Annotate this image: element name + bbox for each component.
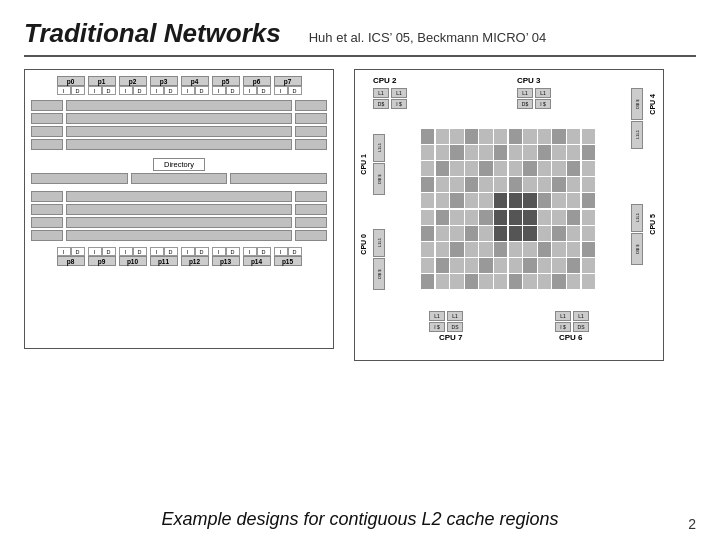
- grid-cell: [436, 274, 449, 289]
- grid-cell: [538, 226, 551, 241]
- grid-cell: [421, 242, 434, 257]
- mem-row-2: [31, 113, 327, 124]
- grid-cell: [523, 145, 536, 160]
- bottom-procs-row: I D p8 I D p9 I: [31, 247, 327, 266]
- grid-cell: [494, 210, 507, 225]
- grid-cell: [523, 161, 536, 176]
- grid-cell: [479, 145, 492, 160]
- directory-label: Directory: [153, 158, 205, 171]
- grid-cell: [465, 129, 478, 144]
- grid-cell: [538, 274, 551, 289]
- grid-cell: [538, 193, 551, 208]
- cpu5-label: CPU 5: [649, 214, 656, 235]
- grid-cell: [523, 177, 536, 192]
- mid-mem-row-4: [31, 230, 327, 241]
- grid-cell: [567, 210, 580, 225]
- grid-cell: [479, 210, 492, 225]
- grid-cell: [538, 242, 551, 257]
- grid-cell: [465, 177, 478, 192]
- mid-mem-row-2: [31, 204, 327, 215]
- grid-cell: [509, 226, 522, 241]
- grid-cell: [494, 145, 507, 160]
- grid-cell: [494, 274, 507, 289]
- proc-p7: p7 I D: [274, 76, 302, 95]
- cpu1-label: CPU 1: [360, 154, 367, 175]
- grid-cell: [538, 145, 551, 160]
- grid-cell: [509, 274, 522, 289]
- cpu2-label: CPU 2: [373, 76, 397, 85]
- diagrams-row: p0 I D p1 I D p2: [24, 69, 696, 497]
- grid-cell: [450, 145, 463, 160]
- grid-cell: [494, 242, 507, 257]
- mem-row-3: [31, 126, 327, 137]
- grid-cell: [509, 258, 522, 273]
- mem-row-1: [31, 100, 327, 111]
- grid-cell: [436, 226, 449, 241]
- cpu3-cache: L1 D$ L1 I $: [517, 88, 551, 109]
- grid-cell: [538, 210, 551, 225]
- grid-cell: [523, 193, 536, 208]
- grid-cell: [436, 210, 449, 225]
- grid-cell: [582, 226, 595, 241]
- cpu0-cache: L1L1 D$I $: [373, 229, 385, 290]
- grid-cell: [479, 129, 492, 144]
- grid-cell: [494, 177, 507, 192]
- grid-cell: [436, 193, 449, 208]
- header: Traditional Networks Huh et al. ICS’ 05,…: [24, 18, 696, 49]
- page-subtitle: Huh et al. ICS’ 05, Beckmann MICRO’ 04: [309, 30, 546, 45]
- grid-cell: [479, 226, 492, 241]
- proc-p4: p4 I D: [181, 76, 209, 95]
- mem-row-4: [31, 139, 327, 150]
- grid-cell: [552, 242, 565, 257]
- grid-cell: [552, 226, 565, 241]
- proc-p12: I D p12: [181, 247, 209, 266]
- grid-cell: [494, 161, 507, 176]
- grid-cell: [494, 258, 507, 273]
- cpu2-cache: L1 D$ L1 I $: [373, 88, 407, 109]
- grid-cell: [421, 226, 434, 241]
- header-divider: [24, 55, 696, 57]
- grid-cell: [582, 129, 595, 144]
- grid-cell: [582, 274, 595, 289]
- grid-cell: [567, 242, 580, 257]
- grid-cell: [582, 177, 595, 192]
- grid-cell: [421, 161, 434, 176]
- center-router-grid: [421, 129, 595, 289]
- proc-p2: p2 I D: [119, 76, 147, 95]
- grid-cell: [567, 129, 580, 144]
- grid-cell: [538, 258, 551, 273]
- mid-mem-row-3: [31, 217, 327, 228]
- grid-cell: [465, 226, 478, 241]
- grid-cell: [450, 242, 463, 257]
- left-diagram: p0 I D p1 I D p2: [24, 69, 334, 349]
- cpu4-label: CPU 4: [649, 94, 656, 115]
- grid-cell: [552, 258, 565, 273]
- grid-cell: [567, 161, 580, 176]
- grid-cell: [479, 177, 492, 192]
- grid-cell: [494, 129, 507, 144]
- slide-caption: Example designs for contiguous L2 cache …: [24, 509, 696, 530]
- grid-cell: [479, 258, 492, 273]
- cpu7-label: CPU 7: [439, 333, 463, 342]
- grid-cell: [450, 177, 463, 192]
- grid-cell: [552, 161, 565, 176]
- grid-cell: [509, 193, 522, 208]
- grid-cell: [436, 242, 449, 257]
- grid-cell: [450, 193, 463, 208]
- proc-p11: I D p11: [150, 247, 178, 266]
- grid-cell: [479, 274, 492, 289]
- grid-cell: [582, 145, 595, 160]
- grid-cell: [421, 129, 434, 144]
- grid-cell: [509, 210, 522, 225]
- grid-cell: [582, 161, 595, 176]
- grid-cell: [509, 129, 522, 144]
- grid-cell: [567, 258, 580, 273]
- proc-p3: p3 I D: [150, 76, 178, 95]
- proc-p1: p1 I D: [88, 76, 116, 95]
- grid-cell: [465, 161, 478, 176]
- directory-section: Directory: [31, 158, 327, 184]
- grid-cell: [567, 177, 580, 192]
- top-procs-row: p0 I D p1 I D p2: [31, 76, 327, 95]
- grid-cell: [421, 210, 434, 225]
- grid-cell: [421, 177, 434, 192]
